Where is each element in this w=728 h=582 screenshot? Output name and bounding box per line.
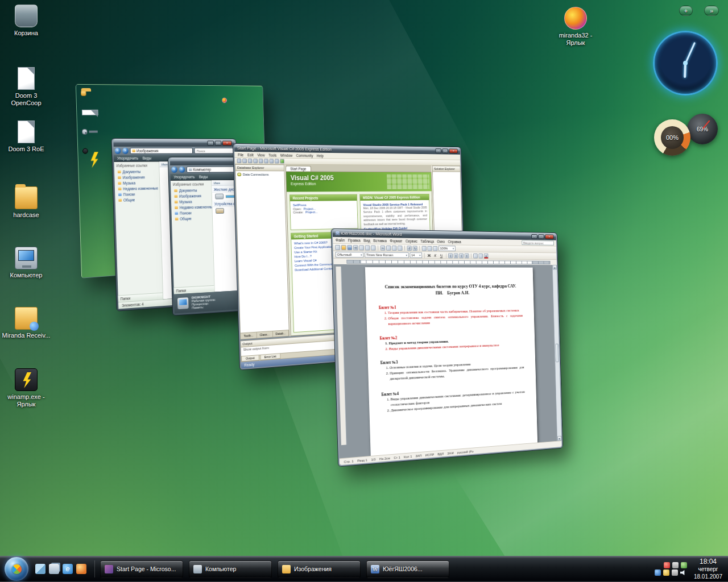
menu-view[interactable]: View bbox=[257, 153, 264, 157]
menu-help[interactable]: Help bbox=[317, 153, 324, 157]
menu-tools[interactable]: Tools bbox=[268, 153, 276, 157]
justify-icon[interactable]: ≡ bbox=[465, 253, 469, 258]
email-icon[interactable]: ✉ bbox=[353, 245, 358, 250]
desktop-icon-doom3-roe[interactable]: Doom 3 RoE bbox=[0, 120, 52, 153]
nav-item-public[interactable]: Общие bbox=[115, 196, 160, 203]
menu-help[interactable]: Справка bbox=[448, 240, 461, 244]
paste-icon[interactable] bbox=[264, 159, 268, 163]
tray-scheduler-icon[interactable] bbox=[672, 562, 679, 568]
tray-messenger-icon[interactable] bbox=[663, 569, 669, 576]
maximize-button[interactable]: □ bbox=[215, 140, 222, 146]
search-box[interactable] bbox=[195, 148, 234, 154]
panel-title[interactable]: Database Explorer bbox=[235, 165, 284, 171]
desktop-icon-winamp[interactable]: winamp.exe - Ярлык bbox=[0, 368, 52, 408]
close-button[interactable]: × bbox=[545, 234, 553, 239]
document-page[interactable]: Список экзаменационных билетов по курсу … bbox=[365, 267, 537, 456]
cut-icon[interactable]: ✂ bbox=[380, 245, 386, 250]
menu-file[interactable]: Файл bbox=[336, 238, 345, 242]
open-icon[interactable] bbox=[242, 159, 247, 163]
style-select[interactable]: Обычный▾ bbox=[336, 252, 364, 257]
add-gadget-button[interactable]: + bbox=[679, 6, 693, 16]
desktop-icon-miranda32[interactable]: miranda32 - Ярлык bbox=[549, 7, 602, 46]
run-icon[interactable] bbox=[280, 159, 284, 164]
underline-button[interactable]: Ч bbox=[439, 253, 444, 257]
maximize-button[interactable]: □ bbox=[442, 148, 448, 153]
views-button[interactable]: Виды bbox=[142, 156, 151, 160]
cut-icon[interactable] bbox=[253, 159, 258, 163]
tab-toolbox[interactable]: Toolb... bbox=[241, 332, 257, 339]
gadget-nav-button[interactable]: » bbox=[704, 6, 719, 16]
forward-icon[interactable]: › bbox=[179, 167, 185, 173]
views-button[interactable]: Виды bbox=[199, 175, 208, 179]
font-size-select[interactable]: 14▾ bbox=[410, 252, 422, 258]
open-icon[interactable] bbox=[341, 245, 346, 250]
copy-icon[interactable] bbox=[386, 245, 391, 250]
volume-icon[interactable] bbox=[680, 569, 687, 576]
menu-file[interactable]: File bbox=[238, 152, 243, 156]
taskbar-button-word[interactable]: W ЮёгЯШ2006... bbox=[366, 560, 449, 578]
numbered-list-icon[interactable] bbox=[473, 253, 478, 258]
tray-network-icon[interactable] bbox=[655, 569, 661, 576]
align-right-icon[interactable]: ≡ bbox=[459, 253, 464, 258]
forward-icon[interactable]: › bbox=[122, 148, 129, 154]
new-project-icon[interactable] bbox=[237, 159, 242, 163]
copy-icon[interactable] bbox=[259, 159, 263, 163]
drawing-icon[interactable] bbox=[433, 246, 437, 251]
save-icon[interactable] bbox=[347, 245, 352, 250]
spelling-icon[interactable] bbox=[371, 245, 376, 250]
menu-view[interactable]: Вид bbox=[363, 239, 370, 243]
align-left-icon[interactable]: ≡ bbox=[448, 253, 453, 258]
align-center-icon[interactable]: ≡ bbox=[454, 253, 458, 258]
menu-edit[interactable]: Edit bbox=[247, 153, 254, 157]
minimize-button[interactable]: – bbox=[435, 148, 441, 153]
taskbar-button-visual-studio[interactable]: Start Page - Microso... bbox=[100, 560, 183, 578]
meter-gadget-main[interactable]: 00% bbox=[654, 119, 690, 156]
redo-icon[interactable] bbox=[275, 159, 279, 164]
taskbar-button-pictures[interactable]: Изображения bbox=[278, 560, 361, 578]
menu-community[interactable]: Community bbox=[296, 153, 313, 157]
close-button[interactable]: × bbox=[449, 148, 457, 153]
tab-start-page[interactable]: Start Page bbox=[286, 166, 311, 172]
menu-window[interactable]: Window bbox=[280, 153, 293, 157]
internet-explorer-icon[interactable]: e bbox=[63, 564, 73, 574]
menu-edit[interactable]: Правка bbox=[348, 238, 361, 242]
desktop-icon-computer[interactable]: Компьютер bbox=[0, 247, 52, 279]
desktop-icon-recycle-bin[interactable]: Корзина bbox=[0, 5, 52, 37]
print-preview-icon[interactable] bbox=[365, 245, 370, 250]
meter-gadget-secondary[interactable]: 69% bbox=[687, 114, 718, 144]
menu-window[interactable]: Окно bbox=[437, 240, 445, 244]
minimize-button[interactable]: – bbox=[531, 234, 537, 239]
panel-title[interactable]: Solution Explorer bbox=[433, 166, 460, 172]
bulleted-list-icon[interactable] bbox=[478, 253, 483, 258]
tab-class-view[interactable]: Class... bbox=[257, 331, 274, 338]
format-painter-icon[interactable] bbox=[398, 246, 402, 251]
show-desktop-icon[interactable] bbox=[35, 564, 46, 574]
new-document-icon[interactable] bbox=[335, 244, 340, 250]
start-button[interactable] bbox=[5, 557, 28, 581]
media-player-icon[interactable] bbox=[76, 564, 86, 574]
insert-table-icon[interactable] bbox=[422, 246, 427, 251]
maximize-button[interactable]: □ bbox=[538, 234, 544, 239]
scroll-up-icon[interactable]: ▲ bbox=[553, 265, 557, 269]
italic-button[interactable]: К bbox=[433, 253, 438, 257]
font-select[interactable]: Times New Roman▾ bbox=[365, 252, 409, 257]
menu-tools[interactable]: Сервис bbox=[406, 239, 417, 243]
desktop-icon-doom3-opencoop[interactable]: Doom 3 OpenCoop bbox=[0, 67, 52, 106]
tray-update-icon[interactable] bbox=[681, 562, 687, 568]
zoom-select[interactable]: 100%▾ bbox=[439, 246, 456, 251]
print-icon[interactable] bbox=[359, 245, 364, 250]
tab-database[interactable]: Datab... bbox=[273, 330, 289, 337]
breadcrumb[interactable]: Изображения bbox=[130, 148, 193, 154]
organize-button[interactable]: Упорядочить bbox=[117, 156, 138, 160]
create-project-link[interactable]: Project... bbox=[305, 210, 318, 214]
redo-icon[interactable]: ↻ bbox=[412, 246, 417, 251]
nav-item-public[interactable]: Общие bbox=[172, 215, 212, 222]
columns-icon[interactable] bbox=[427, 246, 432, 251]
clock-gadget[interactable] bbox=[653, 31, 718, 95]
back-icon[interactable]: ‹ bbox=[171, 167, 177, 173]
tree-view[interactable]: Data Connections bbox=[235, 171, 288, 333]
search-input[interactable] bbox=[197, 149, 232, 152]
undo-icon[interactable] bbox=[270, 159, 274, 163]
switch-windows-icon[interactable] bbox=[49, 564, 59, 574]
save-icon[interactable] bbox=[248, 159, 253, 163]
